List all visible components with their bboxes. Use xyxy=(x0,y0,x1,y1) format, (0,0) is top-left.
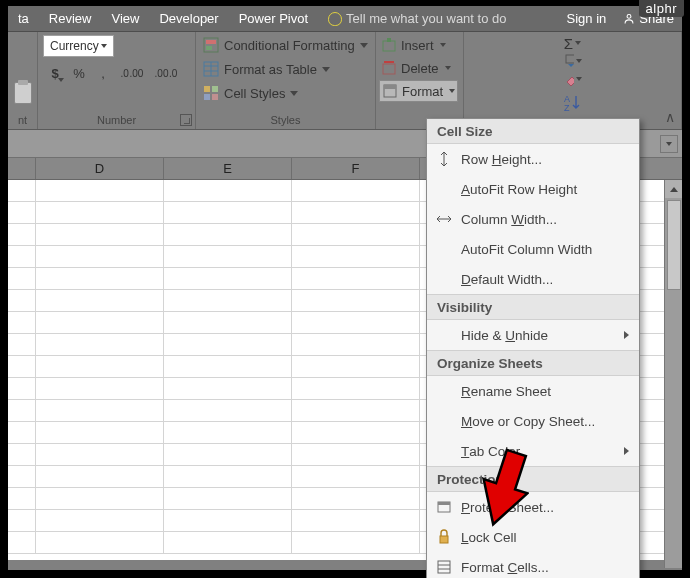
table-icon xyxy=(203,61,219,77)
menu-tab-color[interactable]: Tab Color xyxy=(427,436,639,466)
chevron-down-icon xyxy=(576,59,582,63)
menu-row-height[interactable]: Row Height... xyxy=(427,144,639,174)
increase-decimal-button[interactable]: .0 .00 xyxy=(115,61,149,85)
chevron-down-icon xyxy=(575,41,581,45)
lightbulb-icon xyxy=(328,12,342,26)
share-icon xyxy=(622,12,636,26)
group-cells: Insert Delete Format xyxy=(376,32,464,129)
submenu-arrow-icon xyxy=(624,447,629,455)
format-dropdown-menu: Cell Size Row Height... AutoFit Row Heig… xyxy=(426,118,640,578)
column-width-icon xyxy=(435,210,453,228)
number-format-select[interactable]: Currency xyxy=(43,35,114,57)
scrollbar-thumb[interactable] xyxy=(667,200,681,290)
lock-icon xyxy=(435,528,453,546)
group-number: Currency $ % , .0 .00 .00 .0 Number xyxy=(38,32,196,129)
format-as-table-button[interactable]: Format as Table xyxy=(200,58,333,80)
menu-column-width[interactable]: Column Width... xyxy=(427,204,639,234)
chevron-down-icon xyxy=(449,89,455,93)
menu-fcells-accel: C xyxy=(508,560,518,575)
group-clipboard-label: nt xyxy=(8,112,37,129)
menu-hide-unhide[interactable]: Hide & Unhide xyxy=(427,320,639,350)
clipboard-icon xyxy=(14,82,32,104)
scroll-up-button[interactable] xyxy=(665,180,682,198)
menu-hide-accel: U xyxy=(505,328,515,343)
svg-rect-13 xyxy=(387,38,391,42)
tab-view[interactable]: View xyxy=(101,6,149,31)
vertical-scrollbar[interactable] xyxy=(664,180,682,568)
chevron-down-icon xyxy=(360,43,368,48)
format-cells-button[interactable]: Format xyxy=(379,80,458,102)
chevron-up-icon xyxy=(670,187,678,192)
conditional-formatting-button[interactable]: Conditional Formatting xyxy=(200,34,371,56)
alphr-badge: alphr xyxy=(639,0,684,17)
menu-rename-accel: R xyxy=(461,384,471,399)
col-header-partial[interactable] xyxy=(8,158,36,179)
menu-section-cell-size: Cell Size xyxy=(427,119,639,144)
conditional-formatting-label: Conditional Formatting xyxy=(224,38,355,53)
group-editing: Σ AZ Sort & Filter Find & Select ∧ xyxy=(464,32,682,129)
group-styles: Conditional Formatting Format as Table C… xyxy=(196,32,376,129)
format-as-table-label: Format as Table xyxy=(224,62,317,77)
menu-tabc-accel: T xyxy=(461,444,469,459)
svg-rect-3 xyxy=(206,46,212,50)
number-format-value: Currency xyxy=(50,39,99,53)
ribbon: nt Currency $ % , .0 .00 .00 .0 Numb xyxy=(8,32,682,130)
chevron-down-icon xyxy=(101,44,107,48)
sign-in-button[interactable]: Sign in xyxy=(559,6,615,31)
svg-rect-8 xyxy=(204,86,210,92)
menu-format-cells[interactable]: Format Cells... xyxy=(427,552,639,578)
menu-default-width[interactable]: Default Width... xyxy=(427,264,639,294)
tab-review[interactable]: Review xyxy=(39,6,102,31)
menu-autofit-row-height[interactable]: AutoFit Row Height xyxy=(427,174,639,204)
menu-section-visibility: Visibility xyxy=(427,294,639,320)
accounting-format-button[interactable]: $ xyxy=(43,61,67,85)
comma-format-button[interactable]: , xyxy=(91,61,115,85)
cell-styles-label: Cell Styles xyxy=(224,86,285,101)
row-height-icon xyxy=(435,150,453,168)
menu-protect-sheet[interactable]: Protect Sheet... xyxy=(427,492,639,522)
col-header-e[interactable]: E xyxy=(164,158,292,179)
menu-rename-sheet[interactable]: Rename Sheet xyxy=(427,376,639,406)
tell-me-search[interactable]: Tell me what you want to do xyxy=(318,6,558,31)
tell-me-placeholder: Tell me what you want to do xyxy=(346,11,506,26)
number-dialog-launcher[interactable] xyxy=(180,114,192,126)
svg-rect-17 xyxy=(384,85,396,89)
svg-rect-10 xyxy=(204,94,210,100)
percent-format-button[interactable]: % xyxy=(67,61,91,85)
col-header-d[interactable]: D xyxy=(36,158,164,179)
cell-styles-button[interactable]: Cell Styles xyxy=(200,82,301,104)
delete-cells-button[interactable]: Delete xyxy=(379,57,453,79)
group-number-label: Number xyxy=(38,112,195,129)
group-clipboard: nt xyxy=(8,32,38,129)
svg-text:Z: Z xyxy=(564,103,570,113)
tab-developer[interactable]: Developer xyxy=(149,6,228,31)
sort-filter-icon: AZ xyxy=(562,92,584,114)
chevron-down-icon xyxy=(445,66,451,70)
menu-lock-cell[interactable]: Lock Cell xyxy=(427,522,639,552)
paste-button[interactable] xyxy=(12,34,33,104)
tab-data-partial[interactable]: ta xyxy=(8,6,39,31)
tab-power-pivot[interactable]: Power Pivot xyxy=(229,6,318,31)
menu-move-copy-sheet[interactable]: Move or Copy Sheet... xyxy=(427,406,639,436)
eraser-icon xyxy=(564,72,574,86)
menu-section-protection: Protection xyxy=(427,466,639,492)
menu-defw-accel: D xyxy=(461,272,471,287)
menu-row-height-accel: H xyxy=(492,152,502,167)
svg-rect-24 xyxy=(438,502,450,505)
cell-styles-icon xyxy=(203,85,219,101)
clear-button[interactable] xyxy=(564,71,582,87)
svg-rect-14 xyxy=(383,64,395,74)
insert-cells-button[interactable]: Insert xyxy=(379,34,448,56)
autosum-button[interactable]: Σ xyxy=(564,35,582,51)
insert-icon xyxy=(381,37,397,53)
fill-button[interactable] xyxy=(564,53,582,69)
svg-rect-26 xyxy=(438,561,450,573)
menu-protect-accel: P xyxy=(461,500,470,515)
collapse-ribbon-button[interactable]: ∧ xyxy=(665,109,675,125)
fill-down-icon xyxy=(564,54,574,68)
menu-autofit-column-width[interactable]: AutoFit Column Width xyxy=(427,234,639,264)
group-styles-label: Styles xyxy=(196,112,375,129)
delete-icon xyxy=(381,60,397,76)
decrease-decimal-button[interactable]: .00 .0 xyxy=(149,61,183,85)
col-header-f[interactable]: F xyxy=(292,158,420,179)
